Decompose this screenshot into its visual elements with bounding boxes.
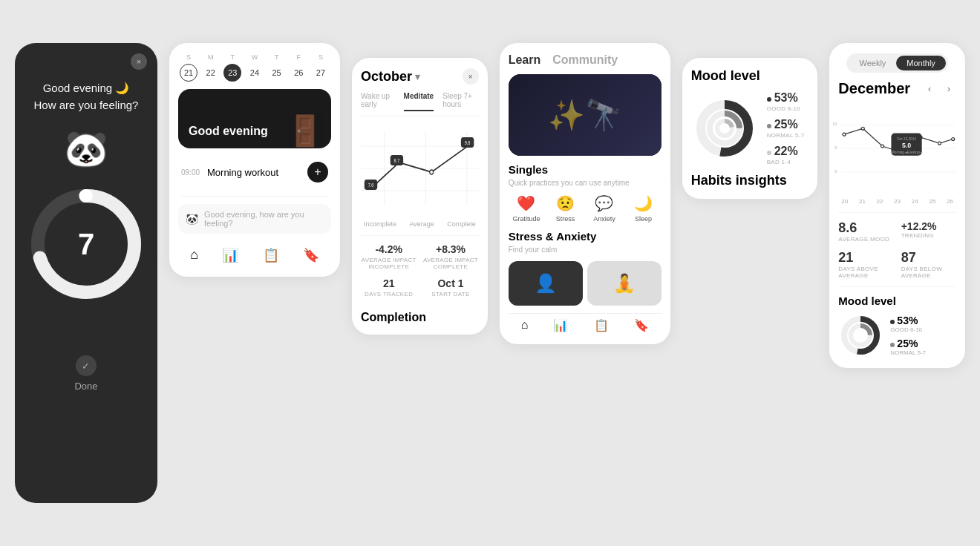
singles-title: Singles — [509, 163, 662, 176]
day-23[interactable]: T 23 — [223, 53, 241, 82]
stress-title: Stress & Anxiety — [509, 230, 662, 243]
mood-legend: 53% GOOD 8-10 25% NORMAL 5-7 22% BAD 1-4 — [767, 91, 805, 165]
analytics-panel: Weekly Monthly December ‹ › 10 5 0 — [829, 43, 965, 368]
october-stats2: 21 DAYS TRACKED Oct 1 START DATE — [361, 277, 479, 297]
panda-icon: 🐼 — [64, 128, 108, 170]
workout-time: 09:00 — [181, 168, 207, 177]
chart-icon[interactable]: 📊 — [222, 247, 238, 263]
heart-icon: ❤️ — [517, 194, 535, 212]
mini-legend: 53% GOOD 8-10 25% NORMAL 5-7 — [890, 315, 926, 356]
mini-normal-dot — [890, 343, 895, 347]
good-dot — [767, 97, 771, 102]
day-22[interactable]: M 22 — [202, 53, 220, 82]
october-close-button[interactable]: × — [463, 68, 479, 85]
add-workout-button[interactable]: + — [307, 162, 328, 182]
analytics-mood-level: Mood level 53% GOOD 8-10 — [838, 286, 956, 358]
calendar-icon[interactable]: 📋 — [263, 247, 279, 263]
svg-text:10: 10 — [833, 122, 837, 126]
mini-normal: 25% NORMAL 5-7 — [890, 338, 926, 356]
svg-point-32 — [862, 127, 865, 130]
stress-img-1[interactable]: 👤 — [509, 261, 583, 306]
stat-avg-mood: 8.6 AVERAGE MOOD — [838, 220, 893, 243]
day-21[interactable]: S 21 — [180, 53, 197, 82]
analytics-stats: 8.6 AVERAGE MOOD +12.2% TRENDING 21 DAYS… — [838, 212, 956, 279]
stress-images: 👤 🧘 — [509, 261, 662, 306]
chart-x-axis: 20 21 22 23 24 25 26 — [838, 198, 956, 205]
mini-donut-section: 53% GOOD 8-10 25% NORMAL 5-7 — [838, 313, 956, 358]
home-nav-icon[interactable]: ⌂ — [521, 318, 529, 332]
svg-text:7.6: 7.6 — [368, 182, 374, 188]
divider — [181, 196, 328, 197]
tab-community[interactable]: Community — [552, 53, 618, 67]
tab-wake[interactable]: Wake up early — [361, 92, 395, 111]
stress-img-2[interactable]: 🧘 — [587, 261, 662, 306]
legend-normal: 25% NORMAL 5-7 — [767, 118, 805, 139]
day-25[interactable]: T 25 — [268, 53, 286, 82]
month-title: December — [838, 80, 910, 97]
mood-donut — [691, 95, 758, 162]
day-24[interactable]: W 24 — [246, 53, 264, 82]
greeting-text: Good evening 🌙How are you feeling? — [34, 80, 139, 114]
analytics-chart: 10 5 0 Oct 23,2014 5.0 — [838, 105, 956, 194]
singles-grid: ❤️ Gratitude 😟 Stress 💬 Anxiety 🌙 Sleep — [509, 194, 662, 223]
cal-nav-icon[interactable]: 📋 — [594, 318, 609, 332]
svg-text:Evening ●: Evening ● — [907, 151, 923, 154]
banner-illustration: 🚪 — [287, 114, 324, 148]
learn-bottom-nav: ⌂ 📊 📋 🔖 — [509, 313, 662, 334]
schedule-panel: S 21 M 22 T 23 W 24 T 25 — [169, 43, 340, 277]
bookmark-nav-icon[interactable]: 🔖 — [634, 318, 649, 332]
svg-text:0: 0 — [835, 169, 837, 174]
monthly-toggle[interactable]: Monthly — [896, 56, 946, 70]
mood-donut-section: 53% GOOD 8-10 25% NORMAL 5-7 22% BAD 1-4 — [691, 91, 809, 165]
dropdown-arrow[interactable]: ▾ — [415, 71, 420, 82]
mood-number: 7 — [78, 228, 94, 261]
day-27[interactable]: S 27 — [312, 53, 330, 82]
learn-panel: Learn Community ✨🔭 Follow your passion M… — [500, 43, 670, 344]
tab-learn[interactable]: Learn — [509, 53, 541, 67]
analytics-mood-title: Mood level — [838, 295, 956, 307]
close-button[interactable]: × — [131, 53, 147, 70]
single-stress[interactable]: 😟 Stress — [547, 194, 584, 223]
stat-days: 21 DAYS TRACKED — [361, 277, 416, 297]
done-section: ✓ Done — [74, 355, 97, 392]
svg-point-37 — [952, 138, 955, 141]
stat-incomplete: -4.2% AVERAGE IMPACTINCOMPLETE — [361, 243, 416, 270]
october-title: October ▾ — [361, 69, 420, 85]
svg-text:Morning ●: Morning ● — [892, 151, 907, 154]
mini-good-dot — [890, 320, 895, 324]
stress-subtitle: Find your calm — [509, 246, 662, 254]
schedule-banner: Good evening 🚪 — [178, 89, 331, 148]
stats-nav-icon[interactable]: 📊 — [553, 318, 568, 332]
svg-point-31 — [843, 133, 846, 136]
month-arrows: ‹ › — [922, 82, 956, 96]
single-gratitude[interactable]: ❤️ Gratitude — [509, 194, 545, 223]
home-icon[interactable]: ⌂ — [190, 247, 198, 263]
single-anxiety[interactable]: 💬 Anxiety — [587, 194, 623, 223]
stat-start: Oct 1 START DATE — [422, 277, 478, 297]
week-navigation: S 21 M 22 T 23 W 24 T 25 — [178, 53, 331, 82]
bookmark-icon[interactable]: 🔖 — [303, 247, 319, 263]
banner-stars: ✨🔭 — [548, 98, 622, 133]
singles-subtitle: Quick practices you can use anytime — [509, 179, 662, 187]
bad-dot — [767, 151, 771, 155]
legend-bad: 22% BAD 1-4 — [767, 145, 805, 165]
svg-point-2 — [79, 189, 93, 203]
svg-text:5.0: 5.0 — [902, 142, 911, 149]
chatbar-placeholder: Good evening, how are you feeling? — [204, 210, 324, 228]
completion-title: Completion — [361, 305, 479, 324]
chat-icon: 🐼 — [186, 213, 198, 225]
prev-month-button[interactable]: ‹ — [922, 82, 937, 96]
weekly-toggle[interactable]: Weekly — [849, 56, 896, 70]
svg-text:Oct 23,2014: Oct 23,2014 — [897, 137, 916, 141]
october-header: October ▾ × — [361, 68, 479, 85]
tab-meditate[interactable]: Meditate — [404, 92, 434, 111]
next-month-button[interactable]: › — [941, 82, 956, 96]
chatbar[interactable]: 🐼 Good evening, how are you feeling? — [178, 204, 331, 234]
day-26[interactable]: F 26 — [290, 53, 307, 82]
svg-point-33 — [881, 145, 884, 148]
tab-sleep[interactable]: Sleep 7+ hours — [442, 92, 479, 111]
single-sleep[interactable]: 🌙 Sleep — [625, 194, 662, 223]
anxiety-icon: 💬 — [595, 194, 613, 212]
october-stats: -4.2% AVERAGE IMPACTINCOMPLETE +8.3% AVE… — [361, 235, 479, 270]
done-checkmark[interactable]: ✓ — [76, 355, 97, 376]
